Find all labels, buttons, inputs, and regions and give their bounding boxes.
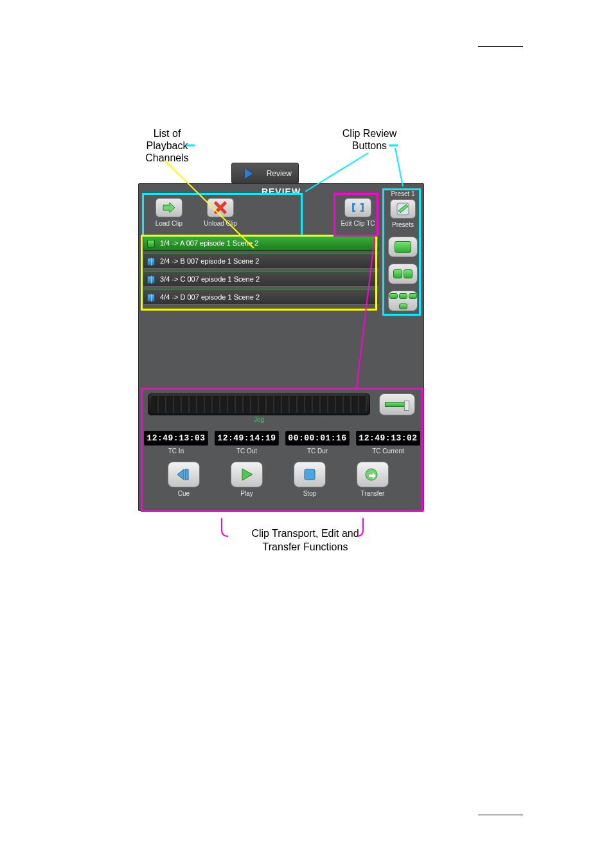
svg-rect-2 (305, 469, 315, 480)
annotation-playback-channels: List of Playback Channels (129, 127, 206, 165)
channel-row-label: 2/4 -> B 007 episode 1 Scene 2 (160, 257, 259, 265)
svg-rect-1 (185, 469, 188, 480)
transfer-button[interactable] (357, 462, 389, 487)
tc-out-label: TC Out (215, 448, 279, 455)
layout-2up-icon (404, 269, 413, 278)
layout-1up-button[interactable] (388, 237, 418, 257)
panel-title: REVIEW (139, 186, 423, 197)
channel-row-label: 3/4 -> C 007 episode 1 Scene 2 (160, 275, 260, 283)
transfer-icon (364, 467, 381, 482)
play-icon (239, 467, 254, 482)
annotation-clip-review: Clip Review Buttons (331, 127, 408, 152)
channel-indicator-icon (147, 276, 155, 284)
cue-label: Cue (164, 490, 203, 497)
tc-out-value[interactable]: 12:49:14:19 (215, 431, 279, 446)
channel-row[interactable]: 4/4 -> D 007 episode 1 Scene 2 (143, 289, 379, 305)
jog-label: Jog (148, 416, 370, 423)
play-label: Play (227, 490, 266, 497)
brackets-icon (350, 202, 366, 213)
playback-channel-list: 1/4 -> A 007 episode 1 Scene 2 2/4 -> B … (143, 235, 379, 307)
tc-in-label: TC In (144, 448, 208, 455)
edit-clip-tc-button[interactable]: Edit Clip TC (338, 198, 378, 227)
svg-line-7 (395, 148, 403, 186)
preset-index-label: Preset 1 (385, 190, 421, 197)
layout-1up-icon (395, 241, 411, 253)
load-clip-label: Load Clip (149, 220, 189, 227)
review-panel: REVIEW Load Clip Unload Clip Edit Clip T… (138, 183, 424, 511)
presets-label: Presets (385, 221, 421, 228)
presets-button[interactable] (390, 199, 416, 219)
channel-row[interactable]: 2/4 -> B 007 episode 1 Scene 2 (143, 253, 379, 269)
transfer-label: Transfer (353, 490, 392, 497)
cue-button[interactable] (168, 462, 200, 487)
annotation-transport: Clip Transport, Edit and Transfer Functi… (228, 527, 382, 554)
cue-icon (175, 467, 193, 482)
jog-speed-slider[interactable] (379, 393, 415, 415)
jog-wheel[interactable] (148, 393, 370, 415)
play-icon (245, 168, 253, 179)
tc-dur-label: TC Dur (285, 448, 350, 455)
review-tab-label: Review (267, 169, 292, 178)
stop-button[interactable] (294, 462, 326, 487)
load-clip-button[interactable]: Load Clip (149, 198, 189, 227)
tc-current-value[interactable]: 12:49:13:02 (356, 431, 420, 446)
channel-indicator-icon (147, 258, 155, 266)
channel-row[interactable]: 3/4 -> C 007 episode 1 Scene 2 (143, 271, 379, 287)
layout-4up-icon (399, 303, 407, 309)
layout-4up-icon (399, 293, 407, 299)
review-tab-button[interactable]: Review (231, 163, 299, 184)
stop-label: Stop (290, 490, 329, 497)
tc-in-value[interactable]: 12:49:13:03 (144, 431, 208, 446)
unload-clip-label: Unload Clip (200, 220, 240, 227)
tc-dur-value[interactable]: 00:00:01:16 (285, 431, 350, 446)
preset-icon (396, 202, 410, 216)
layout-4up-button[interactable] (388, 291, 418, 311)
stop-icon (303, 467, 317, 482)
layout-2up-button[interactable] (388, 264, 418, 284)
channel-row-label: 1/4 -> A 007 episode 1 Scene 2 (160, 239, 258, 247)
x-icon (214, 201, 227, 214)
edit-clip-tc-label: Edit Clip TC (338, 220, 378, 227)
layout-4up-icon (409, 293, 417, 299)
channel-row-label: 4/4 -> D 007 episode 1 Scene 2 (160, 293, 260, 301)
tc-current-label: TC Current (356, 448, 420, 455)
channel-row[interactable]: 1/4 -> A 007 episode 1 Scene 2 (143, 235, 379, 251)
unload-clip-button[interactable]: Unload Clip (200, 198, 240, 227)
play-button[interactable] (231, 462, 263, 487)
layout-2up-icon (393, 269, 402, 278)
channel-indicator-icon (147, 240, 155, 248)
slider-icon (385, 402, 409, 407)
layout-4up-icon (389, 293, 398, 299)
channel-indicator-icon (147, 294, 155, 302)
arrow-right-icon (162, 202, 176, 213)
